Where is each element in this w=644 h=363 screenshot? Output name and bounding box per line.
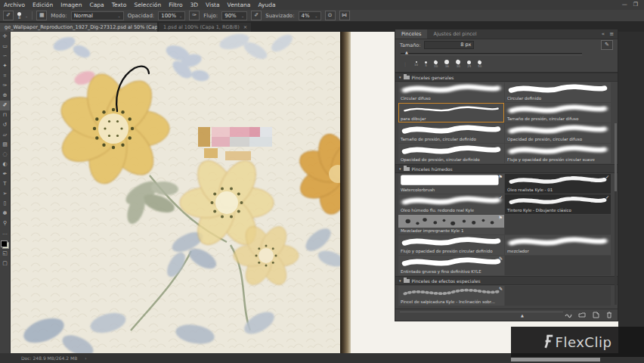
stroke-preview-toggle[interactable]: ✎	[601, 40, 613, 50]
menu-archivo[interactable]: Archivo	[0, 0, 29, 10]
close-tab-icon[interactable]: ×	[243, 24, 247, 30]
brush-name: Pincel de salpicadura Kyle - Inclinación…	[398, 299, 504, 305]
brush-circular-difuso[interactable]: Circular difuso	[398, 82, 504, 102]
airbrush-icon[interactable]: ✐	[251, 11, 262, 20]
type-tool[interactable]: T	[0, 179, 10, 189]
delete-brush-icon[interactable]	[605, 312, 613, 318]
size-value-field[interactable]: 8 px	[424, 41, 474, 49]
brush-tamano-de-presion-circular-difuso[interactable]: Tamaño de presión, circular difuso	[505, 103, 611, 123]
recent-brush-1[interactable]: 10	[414, 61, 418, 67]
footer-resize-handle[interactable]: ▲	[521, 313, 524, 318]
collapse-panel-icon[interactable]: «	[602, 31, 605, 37]
healing-brush-tool[interactable]: ⊕	[0, 91, 10, 101]
minimize-icon[interactable]: —	[622, 0, 627, 10]
chevron-down-icon[interactable]: ⌄	[25, 14, 28, 18]
recent-brush-5[interactable]: 30	[456, 60, 460, 68]
color-swatches[interactable]	[1, 240, 9, 249]
lasso-tool[interactable]: ∽	[0, 51, 10, 61]
eraser-tool[interactable]: ▱	[0, 130, 10, 140]
brush-pincel-de-salpicadura-kyle-inclinacion-sobr[interactable]: Pincel de salpicadura Kyle - Inclinación…	[398, 286, 504, 306]
brush-flujo-y-opacidad-de-presion-circular-definido[interactable]: Flujo y opacidad de presión circular def…	[398, 235, 504, 255]
panel-scrollbar[interactable]	[615, 123, 617, 305]
dodge-tool[interactable]: ◐	[0, 160, 10, 169]
brush-oleo-humedo-flu-redondo-real-kyle[interactable]: Óleo húmedo flu. redondo real Kyle✓	[398, 194, 504, 214]
brush-group-pinceles-humedos[interactable]: ▾Pinceles húmedos	[395, 164, 618, 173]
recent-brush-2[interactable]: 5	[425, 61, 427, 67]
brush-tintero-kyle-dibujante-clasico[interactable]: Tintero Kyle - Dibujante clásico✓	[505, 194, 611, 214]
hand-tool[interactable]: ✽	[0, 209, 10, 219]
new-group-icon[interactable]	[578, 312, 586, 318]
brush-watercolorbrush[interactable]: Watercolorbrush⚑	[398, 174, 504, 194]
quick-selection-tool[interactable]: ✦	[0, 61, 10, 71]
paint-swatch	[212, 137, 230, 147]
recent-brush-7[interactable]: 50	[478, 60, 481, 68]
symmetry-icon[interactable]: ⋈	[339, 11, 350, 20]
menu-texto[interactable]: Texto	[108, 0, 131, 10]
history-brush-tool[interactable]: ↺	[0, 120, 10, 130]
recent-brush-3[interactable]: 30	[434, 60, 438, 68]
stroke-preview-icon[interactable]	[565, 312, 572, 318]
brush-group-pinceles-generales[interactable]: ▾Pinceles generales	[395, 73, 618, 82]
new-brush-icon[interactable]	[592, 312, 599, 318]
recent-brush-4[interactable]: 36	[444, 60, 449, 68]
brush-group-pinceles-de-efectos-especiales[interactable]: ▾Pinceles de efectos especiales	[395, 276, 618, 285]
brush-opacidad-de-presion-circular-difuso[interactable]: Opacidad de presión, circular difuso	[505, 123, 611, 143]
menu-filtro[interactable]: Filtro	[165, 0, 186, 10]
recent-brush-6[interactable]: 25	[467, 60, 471, 68]
brush-mezclador-impregnante-kyle-1[interactable]: Mezclador impregnante Kyle 1⚑	[398, 215, 504, 234]
brush-circular-definido[interactable]: Circular definido	[505, 82, 611, 102]
toggle-brush-panel-icon[interactable]: ▦	[36, 11, 47, 20]
brush-mezclador[interactable]: mezclador	[505, 235, 611, 255]
foreground-color-swatch[interactable]	[1, 240, 8, 247]
eyedropper-tool[interactable]: ✑	[0, 81, 10, 91]
shape-tool[interactable]: ▯	[0, 199, 10, 209]
path-selection-tool[interactable]: ➢	[0, 189, 10, 199]
mode-select[interactable]: Normal ⌄	[71, 11, 124, 20]
tab-ajustes-del-pincel[interactable]: Ajustes del pincel	[427, 29, 482, 39]
horizontal-scrollbar-piece[interactable]	[511, 358, 600, 361]
document-tab-1[interactable]: ge_Wallpaper_Reproduction_1927_Dig-27312…	[0, 23, 157, 32]
brush-tool-icon[interactable]: ✐	[3, 11, 14, 20]
restore-icon[interactable]: ❐	[633, 0, 638, 10]
opacity-field[interactable]: 100% ⌄	[158, 11, 185, 20]
quick-mask-icon[interactable]: ◱	[0, 249, 10, 259]
smoothing-field[interactable]: 4% ⌄	[299, 11, 321, 20]
screen-mode-icon[interactable]: ▢	[0, 259, 10, 268]
gradient-tool[interactable]: ▨	[0, 140, 10, 150]
brush-entintado-grueso-y-fino-definitivo-kyle[interactable]: Entintado grueso y fino definitivo KYLE✎	[398, 256, 504, 275]
status-expander-icon[interactable]: ›	[77, 355, 86, 361]
slider-handle-icon[interactable]: ▲	[405, 50, 408, 54]
menu-edicion[interactable]: Edición	[29, 0, 57, 10]
brush-tool[interactable]: ✐	[0, 101, 10, 110]
brush-tamano-de-presion-circular-definido[interactable]: Tamaño de presión, circular definido	[398, 123, 504, 143]
blur-tool[interactable]: ◌	[0, 150, 10, 160]
canvas-area[interactable]	[10, 32, 395, 353]
brush-preset-picker[interactable]: 8	[17, 12, 21, 19]
menu-imagen[interactable]: Imagen	[57, 0, 85, 10]
panel-menu-icon[interactable]: ≡	[609, 31, 614, 37]
brush-oleo-realista-kyle-01[interactable]: Óleo realista Kyle - 01✓	[505, 174, 611, 194]
size-slider[interactable]: ▲	[401, 51, 612, 56]
brush-flujo-y-opacidad-de-presion-circular-suave[interactable]: Flujo y opacidad de presión circular sua…	[505, 144, 611, 163]
menu-vista[interactable]: Vista	[202, 0, 224, 10]
flow-field[interactable]: 90% ⌄	[221, 11, 247, 20]
crop-tool[interactable]: ⌗	[0, 71, 10, 81]
menu-3d[interactable]: 3D	[187, 0, 203, 10]
brush-para-dibujar[interactable]: para dibujar	[398, 103, 504, 123]
edit-toolbar[interactable]: …	[0, 228, 10, 238]
pressure-opacity-icon[interactable]: ✑	[189, 11, 200, 20]
pen-tool[interactable]: ✒	[0, 169, 10, 179]
menu-ayuda[interactable]: Ayuda	[254, 0, 279, 10]
clone-stamp-tool[interactable]: ⊓	[0, 110, 10, 120]
brush-opacidad-de-presion-circular-definido[interactable]: Opacidad de presión, circular definido	[398, 144, 504, 163]
mode-label: Modo:	[51, 13, 67, 19]
zoom-tool[interactable]: ⚲	[0, 219, 10, 228]
menu-ventana[interactable]: Ventana	[224, 0, 255, 10]
menu-capa[interactable]: Capa	[85, 0, 107, 10]
marquee-tool[interactable]: ▭	[0, 42, 10, 51]
smoothing-options-icon[interactable]: ⊙	[325, 11, 336, 20]
document-tab-2[interactable]: 1.psd al 100% (Capa 1, RGB/8)×	[159, 23, 251, 32]
tab-pinceles[interactable]: Pinceles	[395, 29, 427, 39]
menu-seleccion[interactable]: Selección	[130, 0, 165, 10]
move-tool[interactable]: ✛	[0, 32, 10, 42]
